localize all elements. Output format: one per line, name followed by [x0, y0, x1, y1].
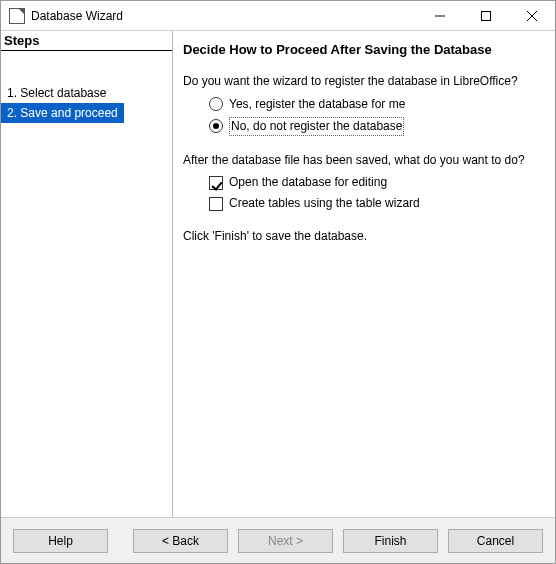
step-label: 2. Save and proceed	[7, 106, 118, 120]
help-button[interactable]: Help	[13, 529, 108, 553]
finish-hint: Click 'Finish' to save the database.	[183, 228, 543, 245]
window-title: Database Wizard	[31, 9, 417, 23]
step-select-database[interactable]: 1. Select database	[1, 83, 172, 103]
register-no-option[interactable]: No, do not register the database	[209, 115, 543, 138]
register-no-label: No, do not register the database	[229, 117, 404, 136]
back-button[interactable]: < Back	[133, 529, 228, 553]
finish-label: Finish	[374, 534, 406, 548]
wizard-content: Decide How to Proceed After Saving the D…	[173, 31, 555, 517]
cancel-label: Cancel	[477, 534, 514, 548]
minimize-icon	[435, 11, 445, 21]
close-button[interactable]	[509, 1, 555, 31]
register-yes-label: Yes, register the database for me	[229, 96, 405, 113]
after-save-options: Open the database for editing Create tab…	[209, 172, 543, 214]
finish-button[interactable]: Finish	[343, 529, 438, 553]
register-options: Yes, register the database for me No, do…	[209, 94, 543, 138]
radio-icon	[209, 97, 223, 111]
minimize-button[interactable]	[417, 1, 463, 31]
maximize-icon	[481, 11, 491, 21]
steps-list: 1. Select database 2. Save and proceed	[1, 51, 172, 123]
next-button: Next >	[238, 529, 333, 553]
create-tables-option[interactable]: Create tables using the table wizard	[209, 193, 543, 214]
next-label: Next >	[268, 534, 303, 548]
close-icon	[527, 11, 537, 21]
svg-rect-1	[482, 11, 491, 20]
radio-icon	[209, 119, 223, 133]
checkbox-icon	[209, 197, 223, 211]
maximize-button[interactable]	[463, 1, 509, 31]
back-label: < Back	[162, 534, 199, 548]
app-icon	[9, 8, 25, 24]
checkbox-icon	[209, 176, 223, 190]
step-label: 1. Select database	[7, 86, 106, 100]
register-question: Do you want the wizard to register the d…	[183, 73, 543, 90]
button-bar: Help < Back Next > Finish Cancel	[1, 517, 555, 563]
wizard-body: Steps 1. Select database 2. Save and pro…	[1, 31, 555, 517]
after-save-question: After the database file has been saved, …	[183, 152, 543, 169]
steps-sidebar: Steps 1. Select database 2. Save and pro…	[1, 31, 173, 517]
cancel-button[interactable]: Cancel	[448, 529, 543, 553]
help-label: Help	[48, 534, 73, 548]
page-heading: Decide How to Proceed After Saving the D…	[183, 41, 543, 59]
step-save-and-proceed[interactable]: 2. Save and proceed	[1, 103, 124, 123]
titlebar: Database Wizard	[1, 1, 555, 31]
steps-header: Steps	[1, 31, 172, 51]
open-for-editing-label: Open the database for editing	[229, 174, 387, 191]
register-yes-option[interactable]: Yes, register the database for me	[209, 94, 543, 115]
create-tables-label: Create tables using the table wizard	[229, 195, 420, 212]
open-for-editing-option[interactable]: Open the database for editing	[209, 172, 543, 193]
